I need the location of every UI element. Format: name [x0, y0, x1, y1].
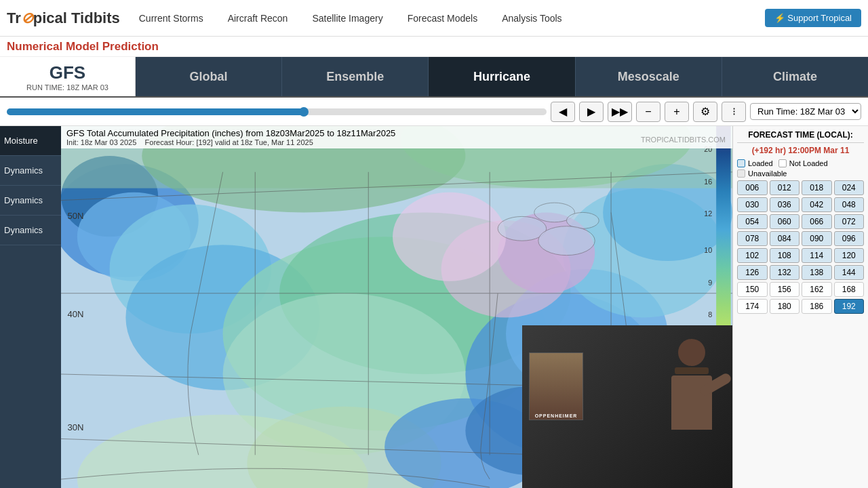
not-loaded-label: Not Loaded	[789, 159, 828, 167]
logo[interactable]: Tr⊘pical Tidbits	[7, 9, 120, 27]
tab-ensemble[interactable]: Ensemble	[282, 57, 429, 96]
sidebar-item-dynamics2[interactable]: Dynamics	[0, 186, 61, 216]
svg-text:30N: 30N	[68, 422, 84, 432]
fhour-btn-048[interactable]: 048	[834, 197, 865, 212]
fhour-btn-054[interactable]: 054	[737, 214, 768, 229]
fhour-btn-162[interactable]: 162	[802, 282, 832, 297]
svg-text:10: 10	[704, 246, 712, 254]
legend-row: Loaded Not Loaded	[737, 159, 864, 167]
fhour-btn-132[interactable]: 132	[770, 265, 800, 280]
main-nav: Current Storms Aircraft Recon Satellite …	[134, 9, 765, 27]
forecast-time-value: (+192 hr) 12:00PM Mar 11	[737, 146, 864, 155]
settings-button[interactable]: ⚙	[693, 102, 717, 122]
unavailable-dot	[737, 169, 745, 178]
tab-hurricane[interactable]: Hurricane	[429, 57, 575, 96]
fhour-btn-042[interactable]: 042	[802, 197, 832, 212]
fhour-btn-060[interactable]: 060	[770, 214, 800, 229]
timeline-handle[interactable]	[299, 107, 309, 117]
model-area: GFS RUN TIME: 18Z MAR 03 Global Ensemble…	[0, 57, 868, 98]
fhour-btn-168[interactable]: 168	[834, 282, 865, 297]
svg-text:9: 9	[708, 279, 712, 287]
plus-button[interactable]: +	[665, 102, 689, 122]
sidebar-item-dynamics3[interactable]: Dynamics	[0, 216, 61, 245]
svg-point-16	[393, 192, 506, 281]
tab-global[interactable]: Global	[136, 57, 282, 96]
prev-button[interactable]: ◀	[551, 102, 575, 122]
timeline-fill	[7, 108, 304, 115]
forecast-hour-grid: 0060120180240300360420480540600660720780…	[737, 180, 864, 314]
fhour-btn-012[interactable]: 012	[770, 180, 800, 195]
fhour-btn-138[interactable]: 138	[802, 265, 832, 280]
nav-current-storms[interactable]: Current Storms	[134, 9, 209, 27]
fhour-btn-150[interactable]: 150	[737, 282, 768, 297]
fhour-btn-006[interactable]: 006	[737, 180, 768, 195]
support-button[interactable]: ⚡ Support Tropical	[765, 9, 861, 27]
tab-climate[interactable]: Climate	[722, 57, 868, 96]
grid-button[interactable]: ⁝	[722, 102, 746, 122]
sidebar: Moisture Dynamics Dynamics Dynamics	[0, 126, 61, 488]
forecast-time-label: FORECAST TIME (LOCAL):	[737, 130, 864, 143]
model-run-time: RUN TIME: 18Z MAR 03	[26, 83, 108, 92]
sidebar-item-moisture[interactable]: Moisture	[0, 126, 61, 156]
minus-button[interactable]: −	[636, 102, 660, 122]
unavailable-label: Unavailable	[748, 169, 787, 178]
fhour-btn-108[interactable]: 108	[770, 248, 800, 263]
svg-text:12: 12	[704, 209, 712, 218]
tab-mesoscale[interactable]: Mesoscale	[576, 57, 722, 96]
fhour-btn-096[interactable]: 096	[834, 231, 865, 246]
fhour-btn-156[interactable]: 156	[770, 282, 800, 297]
run-time-select[interactable]: Run Time: 18Z Mar 03 Run Time: 12Z Mar 0…	[750, 103, 861, 120]
not-loaded-dot	[778, 159, 787, 167]
fhour-btn-174[interactable]: 174	[737, 299, 768, 314]
svg-text:8: 8	[708, 311, 712, 319]
svg-text:16: 16	[704, 178, 712, 186]
loaded-label: Loaded	[748, 159, 773, 167]
nav-forecast-models[interactable]: Forecast Models	[402, 9, 483, 27]
svg-point-37	[538, 226, 595, 256]
fhour-btn-036[interactable]: 036	[770, 197, 800, 212]
nav-aircraft-recon[interactable]: Aircraft Recon	[222, 9, 294, 27]
fhour-btn-102[interactable]: 102	[737, 248, 768, 263]
fhour-btn-072[interactable]: 072	[834, 214, 865, 229]
map-meta: Init: 18z Mar 03 2025 Forecast Hour: [19…	[66, 138, 727, 146]
oppenheimer-poster: OPPENHEIMER	[529, 352, 583, 420]
right-panel: FORECAST TIME (LOCAL): (+192 hr) 12:00PM…	[732, 126, 868, 488]
nav-satellite-imagery[interactable]: Satellite Imagery	[307, 9, 388, 27]
model-name: GFS	[50, 62, 85, 83]
fhour-btn-180[interactable]: 180	[770, 299, 800, 314]
sub-header: Numerical Model Prediction	[0, 37, 868, 57]
watermark: TROPICALTIDBITS.COM	[641, 136, 726, 144]
map-area: GFS Total Accumulated Precipitation (inc…	[61, 126, 732, 488]
webcam-background: OPPENHEIMER	[522, 325, 732, 488]
fhour-btn-144[interactable]: 144	[834, 265, 865, 280]
next-button[interactable]: ▶▶	[608, 102, 632, 122]
fhour-btn-084[interactable]: 084	[770, 231, 800, 246]
play-button[interactable]: ▶	[579, 102, 604, 122]
fhour-btn-090[interactable]: 090	[802, 231, 832, 246]
main-content: Moisture Dynamics Dynamics Dynamics GFS …	[0, 126, 868, 488]
page-title: Numerical Model Prediction	[7, 40, 159, 54]
fhour-btn-120[interactable]: 120	[834, 248, 865, 263]
fhour-btn-066[interactable]: 066	[802, 214, 832, 229]
model-label: GFS RUN TIME: 18Z MAR 03	[0, 57, 136, 96]
loaded-dot	[737, 159, 745, 167]
model-tabs: Global Ensemble Hurricane Mesoscale Clim…	[136, 57, 868, 96]
fhour-btn-078[interactable]: 078	[737, 231, 768, 246]
svg-text:50N: 50N	[68, 211, 84, 221]
fhour-btn-186[interactable]: 186	[802, 299, 832, 314]
fhour-btn-018[interactable]: 018	[802, 180, 832, 195]
map-title: GFS Total Accumulated Precipitation (inc…	[66, 128, 727, 138]
nav-analysis-tools[interactable]: Analysis Tools	[496, 9, 567, 27]
controls-bar: ◀ ▶ ▶▶ − + ⚙ ⁝ Run Time: 18Z Mar 03 Run …	[0, 98, 868, 126]
map-info: GFS Total Accumulated Precipitation (inc…	[61, 126, 732, 148]
unavailable-row: Unavailable	[737, 169, 864, 178]
fhour-btn-192[interactable]: 192	[834, 299, 865, 314]
fhour-btn-114[interactable]: 114	[802, 248, 832, 263]
sidebar-item-dynamics1[interactable]: Dynamics	[0, 156, 61, 186]
fhour-btn-024[interactable]: 024	[834, 180, 865, 195]
fhour-btn-030[interactable]: 030	[737, 197, 768, 212]
fhour-btn-126[interactable]: 126	[737, 265, 768, 280]
webcam-overlay: OPPENHEIMER	[522, 325, 732, 488]
timeline-slider[interactable]	[7, 108, 547, 115]
header: Tr⊘pical Tidbits Current Storms Aircraft…	[0, 0, 868, 37]
